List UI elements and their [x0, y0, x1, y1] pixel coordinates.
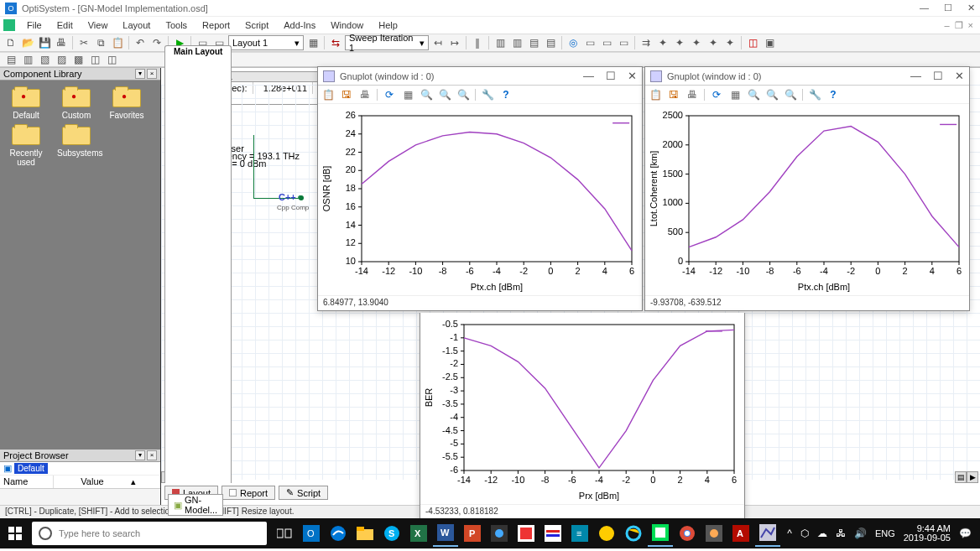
open-icon[interactable]: 📂	[20, 35, 35, 50]
t2-3-icon[interactable]: ▧	[37, 52, 52, 67]
gp2-max-icon[interactable]: ☐	[933, 70, 943, 82]
t2-7-icon[interactable]: ◫	[104, 52, 119, 67]
gp1-close-icon[interactable]: ✕	[628, 70, 637, 82]
t2-4-icon[interactable]: ▨	[54, 52, 69, 67]
tray-onedrive-icon[interactable]: ☁	[817, 528, 827, 539]
tray-chevron-icon[interactable]: ^	[787, 528, 792, 539]
scope4-icon[interactable]: ▭	[616, 35, 631, 50]
mdi-min-icon[interactable]: –	[944, 20, 949, 31]
tray-notifications-icon[interactable]: 💬	[959, 528, 972, 539]
menu-layout[interactable]: Layout	[116, 18, 157, 32]
optisystem-icon[interactable]	[648, 520, 673, 547]
new-icon[interactable]: 🗋	[3, 35, 18, 50]
gp1-min-icon[interactable]: —	[583, 70, 594, 82]
sweep-icon[interactable]: ⇆	[328, 35, 343, 50]
gp-zoomprev-icon[interactable]: 🔍	[420, 88, 433, 101]
gp-zoomin-icon[interactable]: 🔍	[765, 88, 779, 101]
t2-6-icon[interactable]: ◫	[87, 52, 102, 67]
app5-icon[interactable]	[594, 520, 619, 547]
gp2-min-icon[interactable]: —	[910, 70, 921, 82]
comp-icon[interactable]: ▣	[762, 35, 777, 50]
gp-print-icon[interactable]: 🖶	[358, 88, 372, 101]
gp-save-icon[interactable]: 🖫	[667, 88, 680, 101]
menu-file[interactable]: File	[20, 18, 49, 32]
display2-icon[interactable]: ▥	[509, 35, 524, 50]
scroll-right-icon[interactable]: ▶	[967, 471, 978, 483]
undo-icon[interactable]: ↶	[133, 35, 148, 50]
app3-icon[interactable]	[540, 520, 566, 547]
comp-lib-item-subsystems[interactable]: Subsystems	[57, 127, 96, 167]
gp-refresh-icon[interactable]: ⟳	[383, 88, 396, 101]
gp-refresh-icon[interactable]: ⟳	[710, 88, 723, 101]
gp-zoomin-icon[interactable]: 🔍	[438, 88, 451, 101]
mdi-close-icon[interactable]: ×	[968, 20, 973, 31]
comp-lib-item-recently-used[interactable]: Recently used	[7, 127, 45, 167]
gp-help-icon[interactable]: ?	[499, 88, 513, 101]
menu-addins[interactable]: Add-Ins	[277, 18, 322, 32]
chart-icon[interactable]: ◫	[745, 35, 760, 50]
explorer-icon[interactable]	[352, 520, 378, 547]
tool3-icon[interactable]: ✦	[689, 35, 704, 50]
cpp-component[interactable]: C++	[279, 192, 304, 202]
report-button[interactable]: Report	[222, 486, 275, 500]
word-icon[interactable]: W	[433, 520, 458, 547]
copy-icon[interactable]: ⧉	[93, 35, 108, 50]
comp-lib-item-default[interactable]: Default	[7, 89, 45, 120]
gp-clipboard-icon[interactable]: 📋	[649, 88, 662, 101]
menu-edit[interactable]: Edit	[50, 18, 80, 32]
gnuplot-taskbar-icon[interactable]	[755, 520, 780, 547]
tray-dropbox-icon[interactable]: ⬡	[800, 528, 809, 539]
gp-clipboard-icon[interactable]: 📋	[321, 88, 335, 101]
menu-window[interactable]: Window	[324, 18, 370, 32]
t2-1-icon[interactable]: ▤	[3, 52, 18, 67]
cut-icon[interactable]: ✂	[76, 35, 91, 50]
edge-icon[interactable]	[326, 520, 351, 547]
tray-volume-icon[interactable]: 🔊	[854, 528, 867, 539]
gnuplot-window-1[interactable]: Gnuplot (window id : 0) — ☐ ✕ 📋 🖫 🖶 ⟳ ▦ …	[317, 66, 643, 311]
comp-lib-item-custom[interactable]: Custom	[57, 89, 96, 120]
panel-dock-icon[interactable]: ▾	[135, 69, 145, 79]
outlook-icon[interactable]: O	[299, 520, 324, 547]
tray-clock[interactable]: 9:44 AM 2019-09-05	[904, 524, 951, 543]
scope1-icon[interactable]: ◎	[566, 35, 581, 50]
scroll-end-icon[interactable]: ▤	[955, 471, 967, 483]
redo-icon[interactable]: ↷	[149, 35, 164, 50]
gp1-max-icon[interactable]: ☐	[606, 70, 616, 82]
acrobat-icon[interactable]: A	[728, 520, 753, 547]
chrome-icon[interactable]	[675, 520, 700, 547]
gp-grid-icon[interactable]: ▦	[401, 88, 414, 101]
tray-network-icon[interactable]: 🖧	[836, 528, 846, 539]
tray-lang[interactable]: ENG	[875, 528, 895, 538]
ie-icon[interactable]	[621, 520, 646, 547]
panel-close-icon[interactable]: ×	[147, 69, 157, 79]
minimize-icon[interactable]: —	[920, 3, 929, 13]
gp-zoomprev-icon[interactable]: 🔍	[747, 88, 760, 101]
app6-icon[interactable]	[701, 520, 727, 547]
comp-lib-item-favorites[interactable]: Favorites	[107, 89, 146, 120]
menu-view[interactable]: View	[81, 18, 115, 32]
sweep-prev-icon[interactable]: ↤	[430, 35, 446, 50]
start-button[interactable]	[0, 518, 30, 548]
tool1-icon[interactable]: ✦	[655, 35, 670, 50]
gp-options-icon[interactable]: 🔧	[481, 88, 494, 101]
menu-report[interactable]: Report	[195, 18, 237, 32]
close-icon[interactable]: ✕	[967, 3, 975, 13]
pause-icon[interactable]: ‖	[470, 35, 485, 50]
script-button[interactable]: ✎Script	[279, 486, 328, 500]
scope2-icon[interactable]: ▭	[582, 35, 597, 50]
gp-save-icon[interactable]: 🖫	[340, 88, 353, 101]
gnuplot-window-3[interactable]: -6-5.5-5-4.5-4-3.5-3-2.5-2-1.5-1-0.5-14-…	[420, 313, 745, 520]
task-view-icon[interactable]	[272, 520, 297, 547]
document-tab[interactable]: ▣GN-Model...	[168, 494, 223, 516]
gp-zoomout-icon[interactable]: 🔍	[784, 88, 797, 101]
sweep-combo[interactable]: Sweep Iteration 1▾	[345, 35, 429, 50]
gp-print-icon[interactable]: 🖶	[685, 88, 699, 101]
mdi-restore-icon[interactable]: ❐	[955, 20, 963, 31]
maximize-icon[interactable]: ☐	[944, 3, 952, 13]
gp-options-icon[interactable]: 🔧	[808, 88, 821, 101]
tool4-icon[interactable]: ✦	[706, 35, 721, 50]
layout-combo[interactable]: Layout 1▾	[228, 35, 304, 50]
scope3-icon[interactable]: ▭	[599, 35, 614, 50]
powerpoint-icon[interactable]: P	[460, 520, 485, 547]
menu-help[interactable]: Help	[372, 18, 404, 32]
